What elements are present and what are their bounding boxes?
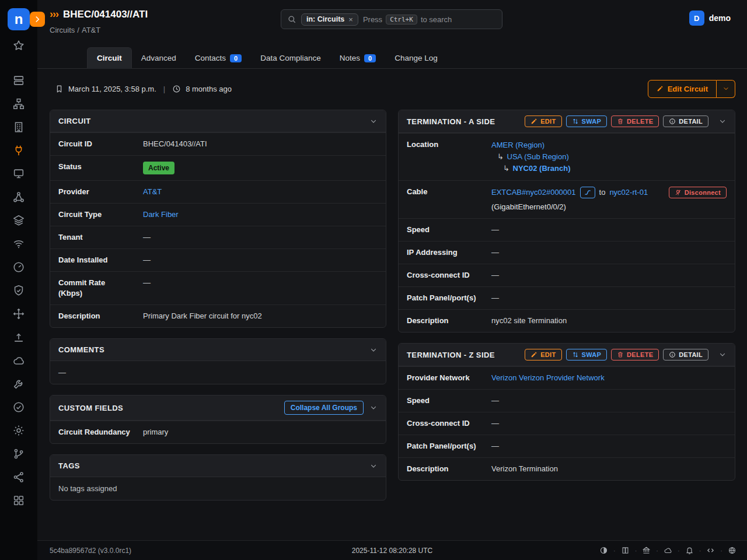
- title-block: ››› BHEC/041403//ATI Circuits/AT&T: [50, 8, 281, 34]
- gauge-icon[interactable]: [0, 256, 37, 279]
- termination-z-panel: TERMINATION - Z SIDE EDIT SWAP DELETE DE…: [398, 343, 735, 481]
- sub-region-link[interactable]: USA: [507, 152, 522, 161]
- global-search-input[interactable]: in: Circuits × Press Ctrl+K to search: [281, 9, 502, 29]
- collapse-chevron-icon[interactable]: [369, 462, 378, 470]
- upload-icon[interactable]: [0, 326, 37, 349]
- search-filter-label: in: Circuits: [306, 15, 344, 23]
- edit-termination-button[interactable]: EDIT: [525, 349, 561, 360]
- delete-termination-button[interactable]: DELETE: [611, 349, 659, 360]
- collapse-chevron-icon[interactable]: [718, 351, 727, 359]
- branch-type-link[interactable]: (Branch): [539, 164, 570, 173]
- panel-title: CIRCUIT: [58, 117, 364, 125]
- move-arrows-icon[interactable]: [0, 302, 37, 326]
- tab-notes[interactable]: Notes0: [330, 48, 385, 68]
- termination-z-header: TERMINATION - Z SIDE EDIT SWAP DELETE DE…: [399, 344, 735, 366]
- breadcrumb-circuits-link[interactable]: Circuits: [50, 26, 75, 34]
- sidebar-expand-button[interactable]: [30, 12, 45, 27]
- collapse-chevron-icon[interactable]: [718, 117, 727, 125]
- username: demo: [709, 13, 731, 23]
- swagger-globe-icon[interactable]: [728, 546, 736, 555]
- collapse-chevron-icon[interactable]: [369, 346, 378, 354]
- collapse-chevron-icon[interactable]: [369, 117, 378, 125]
- region-type-link[interactable]: (Region): [515, 141, 544, 149]
- branch-link[interactable]: NYC02: [513, 164, 537, 173]
- admin-bank-icon[interactable]: [642, 546, 651, 555]
- tab-change-log[interactable]: Change Log: [385, 48, 447, 68]
- status-badge: Active: [143, 162, 174, 174]
- detail-termination-button[interactable]: DETAIL: [663, 349, 708, 360]
- custom-fields-panel: CUSTOM FIELDS Collapse All Groups Circui…: [50, 395, 386, 444]
- check-circle-icon[interactable]: [0, 396, 37, 419]
- delete-termination-button[interactable]: DELETE: [611, 116, 659, 127]
- docs-book-icon[interactable]: [621, 546, 630, 555]
- termination-a-header: TERMINATION - A SIDE EDIT SWAP DELETE DE…: [399, 110, 735, 133]
- custom-fields-panel-header: CUSTOM FIELDS Collapse All Groups: [50, 396, 386, 421]
- nautobot-logo[interactable]: n: [8, 8, 30, 30]
- provider-network-link[interactable]: Verizon Verizon Provider Network: [491, 373, 605, 382]
- main-area: ››› BHEC/041403//ATI Circuits/AT&T in: C…: [37, 0, 747, 560]
- sub-region-type-link[interactable]: (Sub Region): [524, 152, 569, 161]
- breadcrumb-provider-link[interactable]: AT&T: [82, 26, 100, 34]
- circuit-id-row: Circuit ID BHEC/041403//ATI: [50, 132, 386, 155]
- buildings-icon[interactable]: [0, 116, 37, 139]
- edit-termination-button[interactable]: EDIT: [525, 116, 561, 127]
- git-branch-icon[interactable]: [0, 442, 37, 466]
- wrench-icon[interactable]: [0, 372, 37, 396]
- apps-grid-icon[interactable]: [0, 489, 37, 512]
- app-window: n ››› BHEC/041403//ATI: [0, 0, 747, 560]
- tab-contacts[interactable]: Contacts0: [186, 48, 251, 68]
- circuit-type-link[interactable]: Dark Fiber: [143, 210, 179, 219]
- cable-trace-button[interactable]: [580, 187, 595, 198]
- wifi-icon[interactable]: [0, 232, 37, 256]
- edit-circuit-dropdown-button[interactable]: [717, 80, 735, 98]
- swap-termination-button[interactable]: SWAP: [566, 349, 608, 360]
- swap-termination-button[interactable]: SWAP: [566, 116, 608, 127]
- search-filter-chip[interactable]: in: Circuits ×: [301, 13, 358, 26]
- chevron-down-icon: [722, 85, 729, 92]
- theme-toggle-icon[interactable]: [599, 546, 608, 555]
- share-nodes-icon[interactable]: [0, 466, 37, 489]
- cross-connect-row: Cross-connect ID —: [399, 264, 735, 286]
- panel-title: TERMINATION - Z SIDE: [407, 351, 525, 359]
- monitor-icon[interactable]: [0, 162, 37, 186]
- user-menu[interactable]: D demo: [689, 10, 731, 26]
- footer-dot: ·: [678, 547, 680, 554]
- settings-gear-icon[interactable]: [0, 419, 37, 442]
- trash-icon: [617, 351, 624, 358]
- cable-peer-link[interactable]: nyc02-rt-01: [609, 187, 648, 198]
- chip-close-icon[interactable]: ×: [348, 15, 353, 24]
- edit-circuit-button[interactable]: Edit Circuit: [648, 80, 717, 98]
- collapse-chevron-icon[interactable]: [369, 404, 378, 412]
- cloud-icon[interactable]: [0, 349, 37, 372]
- circuit-panel: CIRCUIT Circuit ID BHEC/041403//ATI Stat…: [50, 110, 386, 328]
- cloud-icon[interactable]: [664, 546, 672, 555]
- favorites-star-icon[interactable]: [0, 34, 37, 57]
- detail-termination-button[interactable]: DETAIL: [663, 116, 708, 127]
- circuits-icon[interactable]: [0, 139, 37, 162]
- notifications-bell-icon[interactable]: [685, 546, 694, 555]
- cable-link[interactable]: EXTCAB#nyc02#000001: [491, 187, 576, 198]
- tags-panel-header: TAGS: [50, 455, 386, 477]
- tab-circuit[interactable]: Circuit: [87, 47, 132, 69]
- topology-icon[interactable]: [0, 92, 37, 116]
- comments-panel-header: COMMENTS: [50, 339, 386, 361]
- tab-data-compliance[interactable]: Data Compliance: [251, 48, 330, 68]
- tab-advanced[interactable]: Advanced: [132, 48, 186, 68]
- clock-icon: [172, 85, 181, 93]
- meta-separator: |: [163, 85, 165, 93]
- racks-icon[interactable]: [0, 69, 37, 92]
- layers-icon[interactable]: [0, 209, 37, 232]
- tenant-row: Tenant —: [50, 226, 386, 249]
- cross-connect-row: Cross-connect ID —: [399, 412, 735, 435]
- shield-check-icon[interactable]: [0, 279, 37, 302]
- ip-network-icon[interactable]: [0, 186, 37, 209]
- avatar: D: [689, 10, 704, 26]
- collapse-all-groups-button[interactable]: Collapse All Groups: [284, 401, 364, 415]
- region-link[interactable]: AMER: [491, 141, 514, 149]
- relative-timestamp: 8 months ago: [186, 85, 232, 93]
- info-icon: [669, 118, 676, 125]
- provider-link[interactable]: AT&T: [143, 187, 162, 196]
- swap-arrows-icon: [572, 118, 579, 125]
- disconnect-button[interactable]: Disconnect: [669, 187, 727, 198]
- api-code-icon[interactable]: [706, 546, 715, 555]
